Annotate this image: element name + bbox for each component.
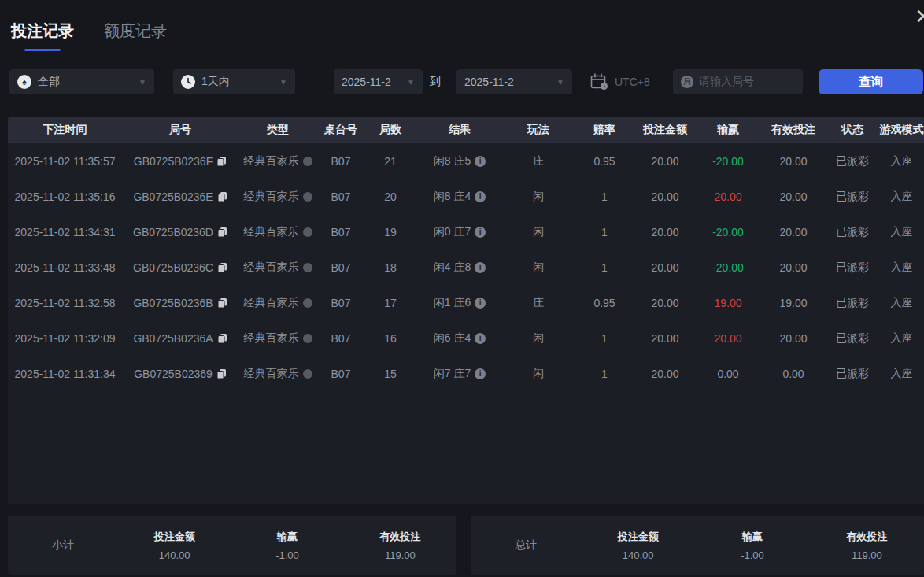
chevron-down-icon: ▼ [407, 78, 415, 87]
close-icon[interactable]: ✕ [915, 6, 924, 27]
info-icon[interactable]: i [475, 191, 486, 202]
bet-amount: 20.00 [635, 190, 695, 203]
info-icon[interactable]: i [475, 262, 486, 273]
round-id-cell: GB0725B02369 [122, 368, 238, 380]
timezone-indicator[interactable]: UTC+8 [590, 73, 650, 91]
result-text: 闲8 庄4 [434, 190, 471, 204]
table-row[interactable]: 2025-11-02 11:31:34 GB0725B02369 经典百家乐 B… [8, 356, 924, 391]
round-number: 21 [364, 155, 416, 168]
copy-icon[interactable] [216, 156, 227, 167]
game-type-cell: 经典百家乐 [238, 261, 317, 275]
date-from-picker[interactable]: 2025-11-2 ▼ [334, 69, 423, 94]
round-id-cell: GB0725B0236F [122, 155, 238, 168]
play-type: 闲 [503, 190, 574, 204]
bet-amount: 20.00 [635, 261, 695, 274]
payout-status: 已派彩 [826, 225, 879, 239]
column-header[interactable]: 有效投注 [761, 123, 826, 137]
winloss-amount: -20.00 [695, 226, 761, 239]
round-id-cell: GB0725B0236B [122, 297, 238, 309]
play-type: 闲 [503, 331, 574, 346]
table-row[interactable]: 2025-11-02 11:32:09 GB0725B0236A 经典百家乐 B… [8, 320, 924, 356]
column-header[interactable]: 投注金额 [635, 123, 695, 137]
payout-status: 已派彩 [826, 154, 879, 168]
total-winloss-stat: 输赢 -1.00 [695, 530, 809, 561]
copy-icon[interactable] [217, 262, 227, 273]
game-type: 经典百家乐 [244, 296, 299, 310]
timezone-label: UTC+8 [615, 76, 650, 88]
game-type: 经典百家乐 [244, 367, 299, 381]
info-icon[interactable]: i [475, 298, 486, 309]
column-header[interactable]: 赔率 [574, 123, 635, 137]
round-id: GB0725B0236C [133, 261, 213, 274]
info-icon[interactable]: i [475, 156, 486, 167]
info-icon[interactable]: i [475, 368, 486, 379]
column-header[interactable]: 桌台号 [317, 123, 364, 137]
column-header[interactable]: 局号 [122, 123, 238, 137]
table-row[interactable]: 2025-11-02 11:35:16 GB0725B0236E 经典百家乐 B… [8, 179, 924, 214]
column-header[interactable]: 状态 [826, 123, 879, 137]
round-id: GB0725B0236E [133, 190, 213, 203]
table-number: B07 [317, 368, 364, 380]
column-header[interactable]: 输赢 [695, 123, 761, 137]
copy-icon[interactable] [217, 333, 227, 344]
tab-bet-records[interactable]: 投注记录 [11, 20, 74, 51]
payout-status: 已派彩 [826, 190, 879, 204]
game-type-value: 全部 [38, 75, 60, 89]
game-type-cell: 经典百家乐 [238, 225, 317, 239]
status-dot-icon [303, 263, 312, 272]
copy-icon[interactable] [217, 227, 227, 238]
play-type: 庄 [503, 154, 574, 168]
table-header: 下注时间局号类型桌台号局数结果玩法赔率投注金额输赢有效投注状态游戏模式 [8, 117, 924, 143]
info-icon[interactable]: i [475, 227, 486, 238]
winloss-amount: 20.00 [695, 332, 761, 345]
bet-time: 2025-11-02 11:34:31 [8, 226, 122, 239]
column-header[interactable]: 结果 [416, 123, 503, 137]
round-number: 17 [364, 297, 416, 309]
round-id-input[interactable]: 局 请输入局号 [673, 69, 803, 94]
info-icon[interactable]: i [475, 333, 486, 344]
copy-icon[interactable] [217, 298, 227, 309]
winloss-amount: 0.00 [695, 368, 761, 380]
round-id: GB0725B0236D [133, 226, 213, 239]
table-row[interactable]: 2025-11-02 11:34:31 GB0725B0236D 经典百家乐 B… [8, 214, 924, 250]
table-row[interactable]: 2025-11-02 11:33:48 GB0725B0236C 经典百家乐 B… [8, 250, 924, 285]
odds: 1 [574, 332, 635, 345]
bet-time: 2025-11-02 11:32:58 [8, 297, 122, 309]
table-row[interactable]: 2025-11-02 11:32:58 GB0725B0236B 经典百家乐 B… [8, 285, 924, 320]
round-id: GB0725B0236F [134, 155, 213, 168]
bet-amount: 20.00 [635, 332, 695, 345]
time-range-select[interactable]: 1天内 ▼ [173, 69, 295, 94]
column-header[interactable]: 玩法 [503, 123, 574, 137]
tab-quota-records[interactable]: 额度记录 [104, 20, 167, 51]
filter-bar: ♠ 全部 ▼ 1天内 ▼ 2025-11-2 ▼ 到 2025-11-2 ▼ U… [9, 69, 924, 94]
round-id-cell: GB0725B0236C [122, 261, 238, 274]
valid-bet: 20.00 [761, 226, 826, 239]
odds: 1 [574, 261, 635, 274]
game-type-cell: 经典百家乐 [238, 367, 317, 381]
table-number: B07 [317, 155, 364, 168]
bet-time: 2025-11-02 11:31:34 [8, 368, 122, 380]
table-row[interactable]: 2025-11-02 11:35:57 GB0725B0236F 经典百家乐 B… [8, 143, 924, 179]
game-type-select[interactable]: ♠ 全部 ▼ [9, 69, 154, 94]
result-text: 闲1 庄6 [434, 296, 471, 310]
round-id: GB0725B0236A [133, 332, 213, 345]
payout-status: 已派彩 [826, 367, 879, 381]
payout-status: 已派彩 [826, 261, 879, 275]
copy-icon[interactable] [216, 368, 227, 379]
date-to-picker[interactable]: 2025-11-2 ▼ [456, 69, 572, 94]
column-header[interactable]: 类型 [238, 123, 317, 137]
column-header[interactable]: 局数 [364, 123, 416, 137]
game-type: 经典百家乐 [244, 331, 299, 346]
search-button[interactable]: 查询 [819, 69, 923, 94]
game-type: 经典百家乐 [244, 190, 299, 204]
round-input-placeholder: 请输入局号 [699, 75, 754, 89]
column-header[interactable]: 下注时间 [8, 123, 122, 137]
game-type: 经典百家乐 [244, 261, 299, 275]
bet-amount: 20.00 [635, 297, 695, 309]
game-mode: 入座 [879, 296, 924, 310]
column-header[interactable]: 游戏模式 [879, 123, 924, 137]
clock-icon [181, 75, 195, 89]
copy-icon[interactable] [217, 191, 227, 202]
bet-time: 2025-11-02 11:33:48 [8, 261, 122, 274]
round-id-cell: GB0725B0236D [122, 226, 238, 239]
